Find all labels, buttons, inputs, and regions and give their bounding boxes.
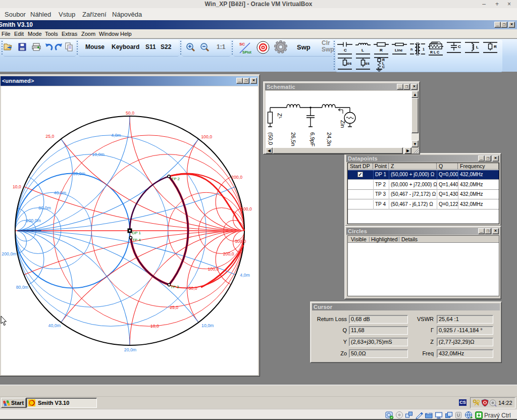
svg-text:4,0m: 4,0m bbox=[111, 133, 121, 138]
svg-text:L: L bbox=[361, 48, 364, 52]
svg-text:200,0m: 200,0m bbox=[26, 218, 41, 223]
svg-text:TP 3: TP 3 bbox=[171, 285, 179, 289]
svg-text:10,0: 10,0 bbox=[13, 184, 21, 189]
svg-text:80,0m: 80,0m bbox=[38, 205, 50, 211]
svg-text:(50,0: (50,0 bbox=[268, 132, 274, 145]
svg-text:4,0m: 4,0m bbox=[240, 273, 250, 278]
svg-text:R: R bbox=[494, 44, 497, 49]
svg-text:200,0: 200,0 bbox=[223, 251, 234, 256]
svg-text:500,0: 500,0 bbox=[241, 206, 252, 212]
svg-text:1: 1 bbox=[423, 47, 425, 51]
svg-text:R L C: R L C bbox=[430, 50, 439, 54]
svg-text:200,0m: 200,0m bbox=[2, 251, 16, 256]
svg-text:TP 4: TP 4 bbox=[132, 238, 141, 242]
svg-text:C: C bbox=[382, 65, 385, 69]
svg-text:10,0m: 10,0m bbox=[201, 323, 214, 328]
svg-text:Line: Line bbox=[395, 48, 402, 52]
svg-text:L: L bbox=[476, 45, 479, 49]
svg-text:TP 2: TP 2 bbox=[171, 177, 180, 181]
svg-text:24,3n: 24,3n bbox=[326, 132, 332, 146]
svg-text:50,0: 50,0 bbox=[188, 286, 197, 291]
svg-text:100,0: 100,0 bbox=[201, 134, 212, 139]
svg-text:10,0m: 10,0m bbox=[92, 152, 104, 157]
svg-text:L: L bbox=[278, 117, 283, 119]
svg-text:25,0: 25,0 bbox=[45, 134, 54, 139]
svg-text:26,5n: 26,5n bbox=[290, 132, 296, 146]
svg-text:L: L bbox=[382, 62, 385, 65]
svg-text:os: os bbox=[347, 61, 352, 66]
svg-text:6,9pF: 6,9pF bbox=[309, 132, 316, 146]
svg-text:Z: Z bbox=[277, 113, 283, 117]
svg-text:SC: SC bbox=[239, 42, 245, 46]
svg-text:40,0m: 40,0m bbox=[54, 190, 66, 195]
svg-text:10,0: 10,0 bbox=[150, 324, 159, 329]
svg-text:n: n bbox=[410, 47, 412, 51]
svg-text:20,0m: 20,0m bbox=[73, 171, 85, 176]
svg-text:DP 1: DP 1 bbox=[132, 231, 141, 235]
svg-text:80,0m: 80,0m bbox=[16, 285, 28, 290]
svg-text:100,0: 100,0 bbox=[208, 267, 219, 272]
svg-text:40,0m: 40,0m bbox=[48, 323, 61, 328]
svg-text:C: C bbox=[344, 48, 347, 52]
svg-text:25,0: 25,0 bbox=[170, 305, 178, 310]
svg-text:C: C bbox=[458, 44, 461, 49]
svg-text:Zin: Zin bbox=[340, 120, 346, 128]
svg-text:200,0: 200,0 bbox=[231, 175, 242, 180]
svg-text:20,0m: 20,0m bbox=[124, 347, 136, 352]
svg-text:500,0: 500,0 bbox=[235, 239, 246, 244]
svg-text:R: R bbox=[380, 48, 383, 52]
svg-text:50,0: 50,0 bbox=[126, 111, 134, 116]
svg-text:ss: ss bbox=[365, 61, 370, 66]
svg-text:SPlot: SPlot bbox=[242, 50, 252, 54]
svg-text:R: R bbox=[382, 58, 385, 62]
